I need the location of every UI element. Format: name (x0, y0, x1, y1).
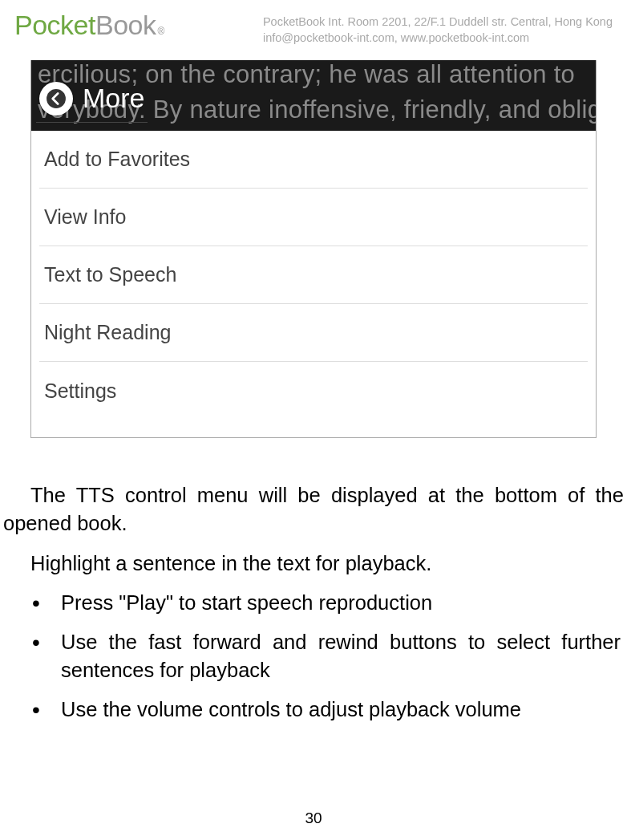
page-number: 30 (0, 810, 627, 827)
menu-item-settings[interactable]: Settings (39, 362, 588, 420)
logo: PocketBook® (14, 10, 164, 41)
document-body: The TTS control menu will be displayed a… (0, 438, 627, 724)
menu-item-night-reading[interactable]: Night Reading (39, 304, 588, 362)
contact-line1: PocketBook Int. Room 2201, 22/F.1 Duddel… (263, 14, 613, 30)
paragraph-2: Highlight a sentence in the text for pla… (3, 550, 624, 578)
logo-text-pocket: Pocket (14, 10, 95, 41)
menu-item-label: Add to Favorites (44, 148, 190, 171)
paragraph-1: The TTS control menu will be displayed a… (3, 481, 624, 538)
document-header: PocketBook® PocketBook Int. Room 2201, 2… (0, 0, 627, 49)
more-header: More (36, 75, 148, 123)
more-label: More (83, 83, 144, 114)
bullet-item: Use the fast forward and rewind buttons … (61, 628, 621, 684)
menu-item-label: Settings (44, 379, 116, 403)
contact-line2: info@pocketbook-int.com, www.pocketbook-… (263, 30, 613, 47)
bullet-item: Use the volume controls to adjust playba… (61, 696, 621, 724)
logo-text-book: Book (95, 10, 156, 41)
more-menu-list: Add to Favorites View Info Text to Speec… (31, 131, 596, 420)
menu-item-view-info[interactable]: View Info (39, 189, 588, 246)
app-screenshot: ercilious; on the contrary; he was all a… (30, 60, 597, 438)
menu-item-label: View Info (44, 205, 126, 229)
menu-item-text-to-speech[interactable]: Text to Speech (39, 246, 588, 304)
bullet-list: Press "Play" to start speech reproductio… (3, 589, 624, 724)
contact-info: PocketBook Int. Room 2201, 22/F.1 Duddel… (263, 10, 613, 46)
menu-item-label: Night Reading (44, 321, 171, 344)
back-icon[interactable] (39, 82, 73, 116)
logo-trademark: ® (157, 26, 164, 37)
svg-point-0 (47, 89, 66, 108)
menu-item-add-to-favorites[interactable]: Add to Favorites (39, 131, 588, 189)
bullet-item: Press "Play" to start speech reproductio… (61, 589, 621, 617)
menu-item-label: Text to Speech (44, 263, 176, 286)
book-background: ercilious; on the contrary; he was all a… (31, 60, 596, 131)
